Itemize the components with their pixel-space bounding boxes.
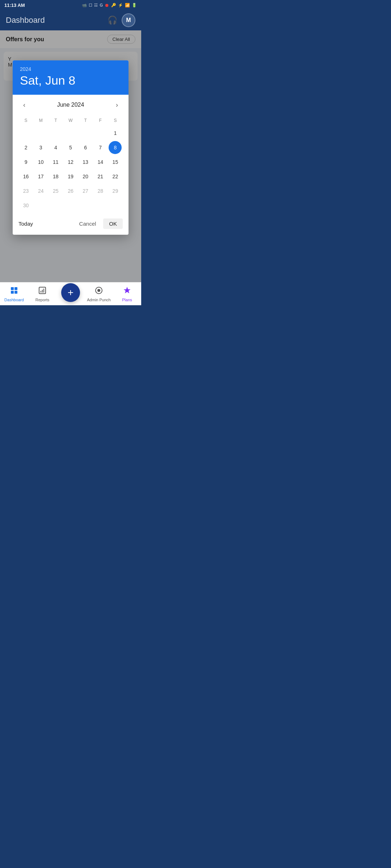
cal-day-27[interactable]: 27 [79,184,92,197]
tab-reports-label: Reports [35,298,50,302]
tab-dashboard-label: Dashboard [4,298,24,302]
battery-icon: 🔋 [132,3,137,8]
cal-day-29[interactable]: 29 [109,184,122,197]
cal-day-14[interactable]: 14 [94,156,107,169]
next-month-button[interactable]: › [111,99,123,111]
today-button[interactable]: Today [18,221,33,227]
calendar-grid: 1234567891011121314151617181920212223242… [18,126,123,213]
calendar-nav: ‹ June 2024 › [18,98,123,112]
cal-day-12[interactable]: 12 [64,156,77,169]
admin-punch-icon [94,286,103,297]
day-header-t2: T [78,116,93,124]
tab-plans-label: Plans [122,298,132,302]
status-bar: 11:13 AM 📹 ☐ ☷ G ⏺ 🔑 ⚡ 📶 🔋 [0,0,141,10]
avatar[interactable]: M [122,13,135,27]
day-header-f: F [93,116,108,124]
google-icon: G [100,3,103,7]
cal-day-9[interactable]: 9 [20,156,33,169]
svg-rect-1 [14,287,17,290]
fab-button[interactable]: + [61,283,80,302]
action-right: Cancel OK [75,218,123,229]
svg-rect-3 [14,291,17,294]
cal-day-15[interactable]: 15 [109,156,122,169]
android-icon: ☷ [94,3,98,8]
headset-icon[interactable]: 🎧 [108,16,117,25]
day-headers: S M T W T F S [18,116,123,124]
svg-rect-5 [41,291,41,293]
cal-day-5[interactable]: 5 [64,141,77,154]
cal-day-28[interactable]: 28 [94,184,107,197]
cal-day-19[interactable]: 19 [64,170,77,183]
tab-admin-punch-label: Admin Punch [87,298,110,302]
tab-plans[interactable]: Plans [113,286,141,302]
cal-day-17[interactable]: 17 [34,170,47,183]
date-picker-header: 2024 Sat, Jun 8 [13,60,129,95]
cal-day-13[interactable]: 13 [79,156,92,169]
day-header-w: W [63,116,78,124]
tab-admin-punch[interactable]: Admin Punch [85,286,113,302]
svg-rect-6 [42,290,43,293]
header: Dashboard 🎧 M [0,10,141,30]
cal-day-11[interactable]: 11 [49,156,62,169]
cal-day-23[interactable]: 23 [20,184,33,197]
bottom-tab-bar: Dashboard Reports + Admin Punch [0,282,141,305]
cal-day-7[interactable]: 7 [94,141,107,154]
ok-button[interactable]: OK [103,218,123,229]
date-picker-year: 2024 [20,66,121,72]
cal-day-26[interactable]: 26 [64,184,77,197]
month-label: June 2024 [57,102,84,108]
day-header-t1: T [48,116,63,124]
svg-point-9 [98,289,100,292]
date-picker-selected-date: Sat, Jun 8 [20,73,121,88]
cal-day-16[interactable]: 16 [20,170,33,183]
date-picker-actions: Today Cancel OK [13,214,129,235]
cal-day-2[interactable]: 2 [20,141,33,154]
cal-day-24[interactable]: 24 [34,184,47,197]
cal-day-10[interactable]: 10 [34,156,47,169]
main-content: Offers for you Clear All YM 2024 Sat, Ju… [0,30,141,282]
tab-dashboard[interactable]: Dashboard [0,286,28,302]
key-icon: 🔑 [111,3,116,8]
date-picker-modal: 2024 Sat, Jun 8 ‹ June 2024 › S M T W T … [13,60,129,235]
cal-day-18[interactable]: 18 [49,170,62,183]
tab-reports[interactable]: Reports [28,286,56,302]
svg-rect-0 [11,287,14,290]
header-title: Dashboard [6,16,45,25]
day-header-s2: S [108,116,123,124]
wifi-icon: 📶 [125,3,130,8]
svg-rect-7 [43,289,44,293]
bluetooth-icon: ⚡ [118,3,123,8]
cal-day-20[interactable]: 20 [79,170,92,183]
dashboard-icon [10,286,18,297]
cal-day-30[interactable]: 30 [20,199,33,212]
header-actions: 🎧 M [108,13,135,27]
camera-icon: 📹 [82,3,87,8]
tab-fab[interactable]: + [56,283,85,305]
plans-icon [123,286,131,297]
prev-month-button[interactable]: ‹ [18,99,30,111]
cal-day-3[interactable]: 3 [34,141,47,154]
status-icons: 📹 ☐ ☷ G ⏺ 🔑 ⚡ 📶 🔋 [82,3,137,8]
cal-day-25[interactable]: 25 [49,184,62,197]
cancel-button[interactable]: Cancel [75,218,101,229]
cal-day-1[interactable]: 1 [109,127,122,140]
day-header-m: M [33,116,48,124]
cal-day-22[interactable]: 22 [109,170,122,183]
status-time: 11:13 AM [4,3,25,8]
sim-icon: ☐ [89,3,92,8]
calendar-container: ‹ June 2024 › S M T W T F S 123456789101… [13,95,129,214]
svg-rect-2 [11,291,14,294]
cal-day-8[interactable]: 8 [109,141,122,154]
cal-day-4[interactable]: 4 [49,141,62,154]
day-header-s1: S [18,116,33,124]
fab-icon: + [68,288,73,298]
reports-icon [38,286,47,297]
cal-day-21[interactable]: 21 [94,170,107,183]
record-icon: ⏺ [105,3,109,8]
cal-day-6[interactable]: 6 [79,141,92,154]
